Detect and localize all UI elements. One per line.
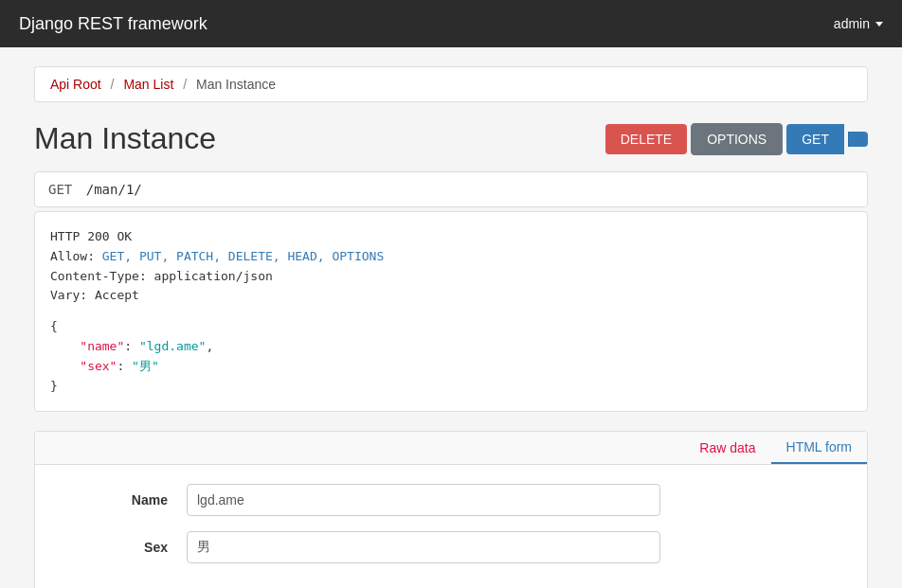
action-buttons: DELETE OPTIONS GET xyxy=(605,123,868,155)
http-vary: Vary: Accept xyxy=(50,286,852,306)
json-name-row: "name": "lgd.ame", xyxy=(50,337,852,357)
breadcrumb: Api Root / Man List / Man Instance xyxy=(34,66,868,102)
vary-value: Accept xyxy=(95,288,139,302)
navbar: Django REST framework admin xyxy=(0,0,902,47)
json-close-brace: } xyxy=(50,377,852,397)
username: admin xyxy=(834,16,870,31)
sex-input[interactable] xyxy=(187,531,660,563)
options-button[interactable]: OPTIONS xyxy=(691,123,783,155)
vary-label: Vary: xyxy=(50,288,87,302)
sex-field-row: Sex xyxy=(63,531,839,563)
breadcrumb-api-root[interactable]: Api Root xyxy=(50,77,101,92)
delete-button[interactable]: DELETE xyxy=(605,124,687,154)
json-sex-key: "sex" xyxy=(80,359,117,373)
tab-raw-data[interactable]: Raw data xyxy=(684,432,770,464)
main-container: Api Root / Man List / Man Instance Man I… xyxy=(25,66,877,588)
form-body: Name Sex xyxy=(35,465,867,588)
breadcrumb-current: Man Instance xyxy=(196,77,276,92)
http-status: HTTP 200 OK xyxy=(50,227,852,247)
url-bar: GET /man/1/ xyxy=(34,171,868,207)
json-open-brace: { xyxy=(50,317,852,337)
form-container: Raw data HTML form Name Sex PUT xyxy=(34,431,868,588)
caret-icon xyxy=(875,22,883,27)
allow-label: Allow: xyxy=(50,249,95,263)
content-type-value: application/json xyxy=(154,269,273,283)
get-dropdown-button[interactable] xyxy=(848,132,868,147)
page-title: Man Instance xyxy=(34,121,216,156)
http-allow: Allow: GET, PUT, PATCH, DELETE, HEAD, OP… xyxy=(50,247,852,267)
name-field-row: Name xyxy=(63,484,839,516)
http-content-type: Content-Type: application/json xyxy=(50,267,852,287)
allow-methods: GET, PUT, PATCH, DELETE, HEAD, OPTIONS xyxy=(102,249,384,263)
request-method: GET xyxy=(48,182,72,197)
app-title: Django REST framework xyxy=(19,14,207,34)
json-block: { "name": "lgd.ame", "sex": "男" } xyxy=(50,317,852,396)
breadcrumb-sep-1: / xyxy=(111,77,115,92)
response-panel: HTTP 200 OK Allow: GET, PUT, PATCH, DELE… xyxy=(34,211,868,412)
json-sex-row: "sex": "男" xyxy=(50,357,852,377)
request-path: /man/1/ xyxy=(86,182,142,197)
form-tabs: Raw data HTML form xyxy=(35,432,867,465)
breadcrumb-man-list[interactable]: Man List xyxy=(123,77,173,92)
sex-label: Sex xyxy=(63,540,187,555)
content-type-label: Content-Type: xyxy=(50,269,147,283)
user-menu[interactable]: admin xyxy=(834,16,883,31)
page-header: Man Instance DELETE OPTIONS GET xyxy=(34,121,868,156)
name-input[interactable] xyxy=(187,484,660,516)
name-label: Name xyxy=(63,492,187,508)
get-button[interactable]: GET xyxy=(786,124,844,154)
json-name-val: "lgd.ame" xyxy=(139,339,206,353)
tab-html-form[interactable]: HTML form xyxy=(771,432,867,464)
json-name-key: "name" xyxy=(80,339,124,353)
json-sex-val: "男" xyxy=(132,359,159,373)
breadcrumb-sep-2: / xyxy=(183,77,187,92)
